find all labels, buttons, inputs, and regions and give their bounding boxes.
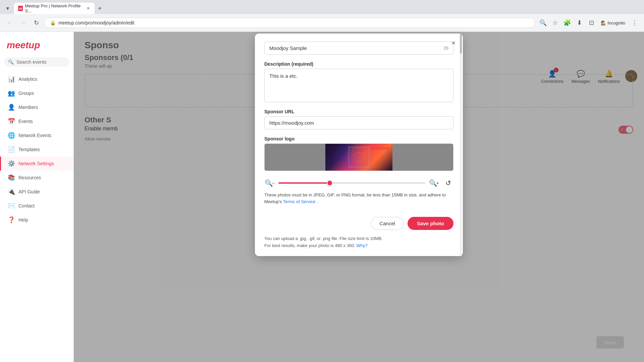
sponsor-url-value: https://moodjoy.com xyxy=(269,120,314,126)
bookmark-button[interactable]: ☆ xyxy=(550,17,560,28)
sidebar-item-groups[interactable]: 👥 Groups xyxy=(0,86,73,100)
download-button[interactable]: ⬇ xyxy=(574,17,585,28)
zoom-slider-fill xyxy=(278,182,330,184)
sidebar-item-api-guide-label: API Guide xyxy=(18,189,40,194)
zoom-in-button[interactable]: 🔍 + xyxy=(429,178,439,188)
logo-right-gray xyxy=(392,144,453,171)
sidebar: meetup 🔍 Search events 📊 Analytics 👥 Gro… xyxy=(0,32,74,362)
back-button[interactable]: ← xyxy=(4,17,15,28)
sidebar-item-templates[interactable]: 📄 Templates xyxy=(0,142,73,157)
browser-layout-button[interactable]: ⊡ xyxy=(586,17,597,28)
zoom-slider-thumb[interactable] xyxy=(327,180,333,186)
menu-button[interactable]: ⋮ xyxy=(629,17,640,28)
rotate-icon: ↺ xyxy=(445,179,451,187)
sponsor-logo-label: Sponsor logo xyxy=(264,136,453,141)
sidebar-item-resources[interactable]: 📚 Resources xyxy=(0,171,73,185)
address-text: meetup.com/pro/moodjoy/admin/edit xyxy=(58,20,529,25)
network-events-icon: 🌐 xyxy=(8,132,14,139)
events-icon: 📅 xyxy=(8,118,14,125)
sidebar-item-contact[interactable]: ✉️ Contact xyxy=(0,199,73,213)
zoom-out-button[interactable]: 🔍 − xyxy=(264,178,275,188)
tab-close-button[interactable]: ✕ xyxy=(86,6,91,11)
char-count: 26 xyxy=(444,46,448,51)
cancel-button[interactable]: Cancel xyxy=(371,217,404,230)
rotate-button[interactable]: ↺ xyxy=(443,178,453,188)
sidebar-item-analytics-label: Analytics xyxy=(18,76,37,82)
sponsor-url-field-group: Sponsor URL https://moodjoy.com xyxy=(264,109,453,129)
modal-close-button[interactable]: × xyxy=(448,38,459,48)
name-field-group: Moodjoy Sample 26 xyxy=(264,42,453,55)
upload-info-line1: You can upload a .jpg, .gif, or .png fil… xyxy=(264,235,453,242)
incognito-button[interactable]: 🕵 Incognito xyxy=(598,19,628,27)
terms-of-service-link[interactable]: Terms of Service xyxy=(283,199,316,204)
tab-label: Meetup Pro | Network Profile S... xyxy=(25,3,83,13)
incognito-icon: 🕵 xyxy=(601,20,606,25)
templates-icon: 📄 xyxy=(8,146,14,153)
meetup-logo[interactable]: meetup xyxy=(0,37,73,57)
search-icon: 🔍 xyxy=(8,59,14,65)
search-placeholder: Search events xyxy=(16,59,47,65)
tab-group-button[interactable]: ▼ xyxy=(3,4,13,12)
description-label: Description (required) xyxy=(264,61,453,67)
analytics-icon: 📊 xyxy=(8,75,14,83)
save-photo-button[interactable]: Save photo xyxy=(408,217,453,230)
sidebar-item-resources-label: Resources xyxy=(18,175,41,180)
sponsor-logo-field-group: Sponsor logo Coca-Cola xyxy=(264,136,453,171)
description-field-group: Description (required) This is a etc. xyxy=(264,61,453,102)
coca-cola-text: Coca-Cola xyxy=(371,146,389,150)
scroll-thumb xyxy=(460,34,462,54)
main-content: 👤 1 Connections 💬 Messages 🔔 Notificatio… xyxy=(74,32,644,362)
forward-button[interactable]: → xyxy=(17,17,28,28)
zoom-slider-track[interactable] xyxy=(278,182,425,184)
sidebar-item-analytics[interactable]: 📊 Analytics xyxy=(0,72,73,86)
sidebar-item-network-events-label: Network Events xyxy=(18,133,51,138)
groups-icon: 👥 xyxy=(8,89,14,97)
sidebar-item-network-settings-label: Network Settings xyxy=(18,161,54,166)
lock-icon: 🔒 xyxy=(50,20,56,25)
sponsor-url-input[interactable]: https://moodjoy.com xyxy=(264,116,453,129)
reload-button[interactable]: ↻ xyxy=(31,17,42,28)
search-bar[interactable]: 🔍 Search events xyxy=(4,57,69,67)
logo-container[interactable]: Coca-Cola xyxy=(264,143,453,171)
api-guide-icon: 🔌 xyxy=(8,188,14,195)
address-bar[interactable]: 🔒 meetup.com/pro/moodjoy/admin/edit xyxy=(44,18,535,28)
sidebar-item-events-label: Events xyxy=(18,119,33,124)
scroll-indicator xyxy=(460,34,462,256)
sidebar-item-templates-label: Templates xyxy=(18,147,40,152)
modal-scroll-area[interactable]: Moodjoy Sample 26 Description (required)… xyxy=(255,34,463,212)
help-icon: ❓ xyxy=(8,216,14,224)
resources-icon: 📚 xyxy=(8,174,14,181)
tab-favicon: m xyxy=(18,6,23,11)
upload-info: You can upload a .jpg, .gif, or .png fil… xyxy=(255,235,463,256)
zoom-controls: 🔍 − 🔍 + ↺ xyxy=(264,178,453,188)
members-icon: 👤 xyxy=(8,104,14,111)
zoom-plus-icon: + xyxy=(436,180,439,186)
active-tab[interactable]: m Meetup Pro | Network Profile S... ✕ xyxy=(14,3,95,14)
network-settings-icon: ⚙️ xyxy=(8,160,14,167)
sidebar-item-network-events[interactable]: 🌐 Network Events xyxy=(0,128,73,142)
name-input-value: Moodjoy Sample xyxy=(269,45,307,51)
incognito-label: Incognito xyxy=(607,20,625,25)
sidebar-item-network-settings[interactable]: ⚙️ Network Settings xyxy=(0,157,73,171)
extensions-button[interactable]: 🧩 xyxy=(562,17,573,28)
sidebar-item-help[interactable]: ❓ Help xyxy=(0,213,73,227)
zoom-minus-icon: − xyxy=(272,180,274,186)
why-link[interactable]: Why? xyxy=(357,243,368,248)
photo-requirements-text: These photos must be in JPEG, GIF, or PN… xyxy=(264,192,453,205)
upload-info-line2: For best results, make your photo is 480… xyxy=(264,242,453,249)
logo-left-gray xyxy=(265,144,325,171)
close-icon: × xyxy=(451,39,455,47)
sponsor-url-label: Sponsor URL xyxy=(264,109,453,114)
modal-actions: Cancel Save photo xyxy=(255,212,463,235)
new-tab-button[interactable]: + xyxy=(95,5,105,12)
logo-image: Coca-Cola xyxy=(325,143,392,171)
search-icon-button[interactable]: 🔍 xyxy=(538,17,548,28)
description-textarea[interactable]: This is a etc. xyxy=(264,69,453,102)
sidebar-item-members[interactable]: 👤 Members xyxy=(0,100,73,114)
sidebar-item-api-guide[interactable]: 🔌 API Guide xyxy=(0,185,73,199)
name-input[interactable]: Moodjoy Sample 26 xyxy=(264,42,453,55)
sidebar-item-help-label: Help xyxy=(18,217,28,223)
description-value: This is a etc. xyxy=(269,73,298,79)
sidebar-item-events[interactable]: 📅 Events xyxy=(0,114,73,128)
sidebar-item-members-label: Members xyxy=(18,105,38,110)
